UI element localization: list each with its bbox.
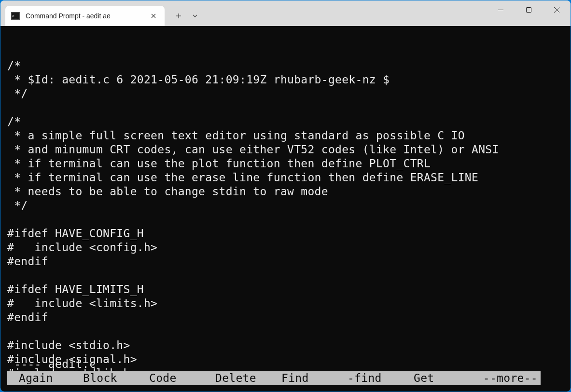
terminal-content[interactable]: /* * $Id: aedit.c 6 2021-05-06 21:09:19Z… (0, 26, 571, 392)
code-line: #endif (7, 311, 571, 324)
code-line: #ifdef HAVE_CONFIG_H (7, 227, 571, 241)
code-line: /* (7, 115, 571, 129)
code-line: * if terminal can use the plot function … (7, 157, 571, 171)
new-tab-button[interactable] (170, 8, 187, 24)
svg-rect-0 (526, 7, 531, 12)
close-window-button[interactable] (543, 0, 571, 19)
cmd-icon (11, 12, 20, 20)
code-line: * and minumum CRT codes, can use either … (7, 143, 571, 157)
maximize-icon (526, 7, 531, 13)
code-line: #endif (7, 255, 571, 269)
chevron-down-icon (192, 13, 198, 19)
menu-findrev[interactable]: -find (338, 371, 404, 385)
code-line: * $Id: aedit.c 6 2021-05-06 21:09:19Z rh… (7, 73, 571, 87)
titlebar: Command Prompt - aedit ae (0, 0, 571, 26)
code-block: /* * $Id: aedit.c 6 2021-05-06 21:09:19Z… (7, 59, 571, 380)
minimize-icon (498, 7, 503, 13)
minimize-button[interactable] (487, 0, 515, 19)
code-line: * if terminal can use the erase line fun… (7, 171, 571, 185)
menu-more[interactable]: --more-- (483, 371, 541, 385)
code-line: # include <config.h> (7, 241, 571, 255)
code-line: * needs to be able to change stdin to ra… (7, 185, 571, 199)
menu-code[interactable]: Code (139, 371, 206, 385)
code-line (7, 101, 571, 115)
menu-block[interactable]: Block (73, 371, 139, 385)
code-line: #include <stdio.h> (7, 338, 571, 352)
close-icon (554, 7, 559, 13)
code-line (7, 213, 571, 227)
plus-icon (176, 13, 181, 19)
editor-status-line: ---- aedit.c (7, 357, 571, 371)
code-line: */ (7, 87, 571, 101)
code-line (7, 324, 571, 338)
tab-title: Command Prompt - aedit ae (26, 12, 144, 20)
menu-get[interactable]: Get (404, 371, 470, 385)
tab-dropdown-button[interactable] (187, 8, 203, 24)
tab-close-button[interactable] (148, 11, 159, 21)
code-line (7, 269, 571, 283)
code-line: #ifdef HAVE_LIMITS_H (7, 283, 571, 297)
code-line: /* (7, 59, 571, 73)
menu-delete[interactable]: Delete (206, 371, 272, 385)
tab-active[interactable]: Command Prompt - aedit ae (5, 6, 165, 26)
editor-menu-bar: Again Block Code Delete Find -find Get -… (7, 371, 541, 385)
code-line: # include <limits.h> (7, 297, 571, 311)
menu-find[interactable]: Find (272, 371, 338, 385)
code-line: * a simple full screen text editor using… (7, 129, 571, 143)
code-line: */ (7, 199, 571, 213)
maximize-button[interactable] (515, 0, 543, 19)
close-icon (151, 14, 156, 18)
menu-again[interactable]: Again (7, 371, 73, 385)
terminal-window: Command Prompt - aedit ae /* * $Id: aedi… (0, 0, 571, 392)
window-controls (487, 0, 571, 20)
